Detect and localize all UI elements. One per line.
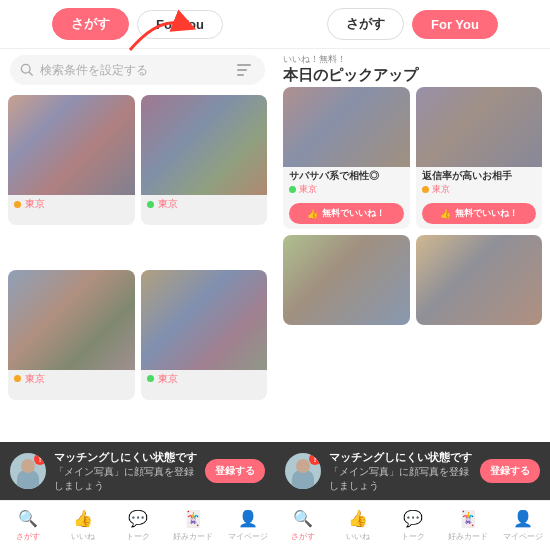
right-sagasu-label: さがす — [291, 531, 315, 542]
banner-sub: 「メイン写真」に顔写真を登録しましょう — [54, 465, 197, 492]
sagasu-tab-icon: 🔍 — [17, 507, 39, 529]
location-text: 東京 — [25, 197, 45, 211]
pickup-card-2[interactable]: 返信率が高いお相手 東京 👍 無料でいいね！ — [416, 87, 543, 229]
second-row-grid — [283, 235, 542, 325]
pickup-card-2-location: 東京 — [422, 183, 537, 196]
right-card-icon: 🃏 — [457, 507, 479, 529]
left-tab-mypage[interactable]: 👤 マイページ — [220, 505, 275, 544]
user-card-1[interactable]: 東京 — [8, 95, 135, 225]
like-tab-icon: 👍 — [72, 507, 94, 529]
left-tab-card[interactable]: 🃏 好みカード — [165, 505, 220, 544]
user-card-1-img — [8, 95, 135, 195]
search-icon — [20, 63, 34, 77]
right-screen: さがす For You いいね！無料！ 本日のピックアップ サバサバ系で相性◎ — [275, 0, 550, 546]
left-tab-sagasu[interactable]: 🔍 さがす — [0, 505, 55, 544]
avatar-face — [21, 459, 35, 473]
left-search-bar[interactable]: 検索条件を設定する — [10, 55, 265, 85]
right-tab-card[interactable]: 🃏 好みカード — [440, 505, 495, 544]
left-tab-talk[interactable]: 💬 トーク — [110, 505, 165, 544]
talk-tab-icon: 💬 — [127, 507, 149, 529]
second-card-2[interactable] — [416, 235, 543, 325]
location-text-4: 東京 — [158, 372, 178, 386]
pickup-cards: サバサバ系で相性◎ 東京 👍 無料でいいね！ 返信率が高いお相手 — [283, 87, 542, 229]
pickup-card-2-info: 返信率が高いお相手 東京 — [416, 167, 543, 199]
pickup-card-1-name: サバサバ系で相性◎ — [289, 170, 404, 183]
right-sagasu-tab[interactable]: さがす — [327, 8, 404, 40]
right-banner-avatar: ! — [285, 453, 321, 489]
online-dot-3 — [14, 375, 21, 382]
pickup-card-1-info: サバサバ系で相性◎ 東京 — [283, 167, 410, 199]
user-card-3-info: 東京 — [8, 370, 135, 388]
right-card-label: 好みカード — [448, 531, 488, 542]
left-tab-bar: 🔍 さがす 👍 いいね 💬 トーク 🃏 好みカード 👤 マイページ — [0, 500, 275, 546]
left-for-you-tab[interactable]: For You — [137, 10, 223, 39]
banner-register-btn[interactable]: 登録する — [205, 459, 265, 483]
pickup-card-2-img — [416, 87, 543, 167]
right-for-you-tab[interactable]: For You — [412, 10, 498, 39]
pickup-dot-1 — [289, 186, 296, 193]
online-dot-green — [147, 201, 154, 208]
right-banner-text: マッチングしにくい状態です 「メイン写真」に顔写真を登録しましょう — [329, 450, 472, 492]
right-top-nav: さがす For You — [275, 0, 550, 49]
second-card-1-img — [283, 235, 410, 325]
right-tab-mypage[interactable]: 👤 マイページ — [495, 505, 550, 544]
right-banner-sub: 「メイン写真」に顔写真を登録しましょう — [329, 465, 472, 492]
card-tab-label: 好みカード — [173, 531, 213, 542]
pickup-card-1-btn[interactable]: 👍 無料でいいね！ — [289, 203, 404, 224]
mypage-tab-icon: 👤 — [237, 507, 259, 529]
online-dot-4 — [147, 375, 154, 382]
user-card-4[interactable]: 東京 — [141, 270, 268, 400]
pickup-card-1-location: 東京 — [289, 183, 404, 196]
location-text-3: 東京 — [25, 372, 45, 386]
left-tab-like[interactable]: 👍 いいね — [55, 505, 110, 544]
pickup-card-1[interactable]: サバサバ系で相性◎ 東京 👍 無料でいいね！ — [283, 87, 410, 229]
like-tab-label: いいね — [71, 531, 95, 542]
banner-avatar: ! — [10, 453, 46, 489]
user-card-4-img — [141, 270, 268, 370]
right-tab-talk[interactable]: 💬 トーク — [385, 505, 440, 544]
second-card-1[interactable] — [283, 235, 410, 325]
user-card-3[interactable]: 東京 — [8, 270, 135, 400]
right-alert-badge: ! — [309, 453, 321, 465]
sagasu-tab-label: さがす — [16, 531, 40, 542]
pickup-dot-2 — [422, 186, 429, 193]
right-bottom-banner: ! マッチングしにくい状態です 「メイン写真」に顔写真を登録しましょう 登録する — [275, 442, 550, 500]
user-card-2[interactable]: 東京 — [141, 95, 268, 225]
right-tab-like[interactable]: 👍 いいね — [330, 505, 385, 544]
right-mypage-icon: 👤 — [512, 507, 534, 529]
left-screen: さがす For You 検索条件を設定する 東京 — [0, 0, 275, 546]
user-card-2-info: 東京 — [141, 195, 268, 213]
talk-tab-label: トーク — [126, 531, 150, 542]
right-avatar-face — [296, 459, 310, 473]
right-sagasu-icon: 🔍 — [292, 507, 314, 529]
free-badge: いいね！無料！ — [283, 53, 542, 66]
right-like-label: いいね — [346, 531, 370, 542]
second-card-2-img — [416, 235, 543, 325]
left-bottom-banner: ! マッチングしにくい状態です 「メイン写真」に顔写真を登録しましょう 登録する — [0, 442, 275, 500]
user-card-4-info: 東京 — [141, 370, 268, 388]
filter-icon[interactable] — [237, 61, 255, 79]
alert-badge: ! — [34, 453, 46, 465]
user-card-2-img — [141, 95, 268, 195]
for-you-section: いいね！無料！ 本日のピックアップ サバサバ系で相性◎ 東京 👍 無料でいいね！ — [275, 49, 550, 442]
banner-title: マッチングしにくい状態です — [54, 450, 197, 465]
right-mypage-label: マイページ — [503, 531, 543, 542]
left-sagasu-tab[interactable]: さがす — [52, 8, 129, 40]
pickup-card-2-name: 返信率が高いお相手 — [422, 170, 537, 183]
pickup-card-2-btn[interactable]: 👍 無料でいいね！ — [422, 203, 537, 224]
pickup-card-1-img — [283, 87, 410, 167]
card-tab-icon: 🃏 — [182, 507, 204, 529]
right-banner-register-btn[interactable]: 登録する — [480, 459, 540, 483]
left-top-nav: さがす For You — [0, 0, 275, 49]
svg-line-1 — [29, 72, 32, 75]
right-like-icon: 👍 — [347, 507, 369, 529]
right-banner-title: マッチングしにくい状態です — [329, 450, 472, 465]
right-tab-bar: 🔍 さがす 👍 いいね 💬 トーク 🃏 好みカード 👤 マイページ — [275, 500, 550, 546]
online-dot — [14, 201, 21, 208]
user-card-3-img — [8, 270, 135, 370]
user-card-1-info: 東京 — [8, 195, 135, 213]
location-text-2: 東京 — [158, 197, 178, 211]
search-placeholder-text: 検索条件を設定する — [40, 62, 231, 79]
right-talk-icon: 💬 — [402, 507, 424, 529]
right-tab-sagasu[interactable]: 🔍 さがす — [275, 505, 330, 544]
